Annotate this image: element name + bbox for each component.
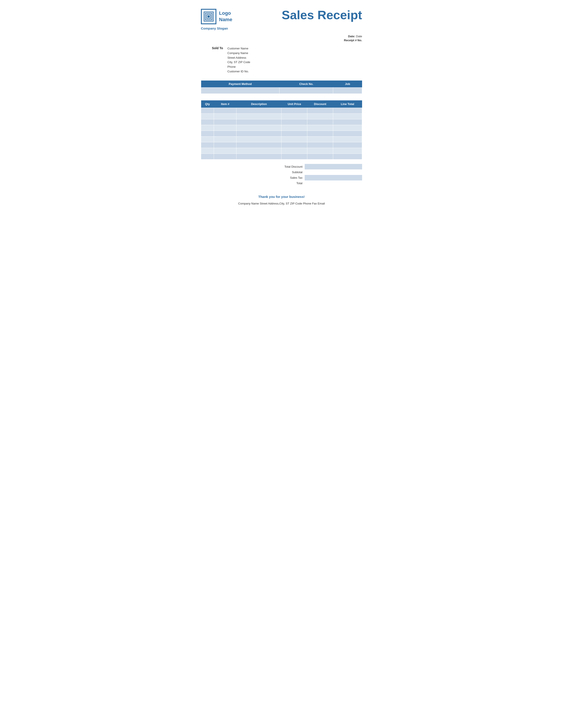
table-cell: [282, 142, 307, 148]
table-cell: [236, 131, 282, 136]
table-cell: [307, 113, 333, 119]
table-cell: [307, 142, 333, 148]
table-row: [201, 131, 362, 136]
table-row: [201, 125, 362, 131]
table-cell: [333, 113, 362, 119]
qty-header: Qty: [201, 100, 214, 108]
company-name: Company Name: [227, 51, 250, 56]
table-cell: [333, 108, 362, 113]
sales-tax-value: [305, 175, 362, 180]
table-cell: [282, 154, 307, 159]
table-cell: [282, 108, 307, 113]
customer-name: Customer Name: [227, 46, 250, 51]
table-cell: [214, 113, 236, 119]
line-total-header: Line Total: [333, 100, 362, 108]
total-discount-row: Total Discount: [274, 164, 362, 169]
table-row: [201, 142, 362, 148]
table-cell: [333, 148, 362, 154]
table-cell: [282, 131, 307, 136]
table-cell: [214, 142, 236, 148]
table-cell: [236, 136, 282, 142]
table-cell: [282, 148, 307, 154]
table-row: [201, 136, 362, 142]
customer-id: Customer ID No.: [227, 69, 250, 74]
logo-area: Logo Name: [201, 9, 232, 24]
unit-price-header: Unit Price: [282, 100, 307, 108]
table-cell: [201, 113, 214, 119]
payment-method-header: Payment Method: [201, 81, 279, 88]
table-cell: [236, 154, 282, 159]
thank-you-message: Thank you for your business!: [201, 195, 362, 199]
page-header: Logo Name Sales Receipt: [201, 9, 362, 24]
table-cell: [307, 136, 333, 142]
table-cell: [333, 136, 362, 142]
payment-row: [201, 87, 362, 94]
total-label: Total: [274, 180, 305, 186]
table-cell: [201, 125, 214, 131]
date-label: Date:: [348, 35, 355, 38]
logo-text: Logo Name: [219, 10, 232, 23]
sold-to-details: Customer Name Company Name Street Addres…: [227, 46, 250, 74]
job-cell: [333, 87, 362, 94]
total-value: [305, 180, 362, 186]
table-cell: [201, 108, 214, 113]
title-area: Sales Receipt: [282, 9, 362, 21]
table-cell: [214, 148, 236, 154]
svg-rect-3: [207, 15, 210, 18]
table-cell: [201, 119, 214, 125]
discount-header: Discount: [307, 100, 333, 108]
totals-table: Total Discount Subtotal Sales Tax Total: [274, 164, 362, 186]
page-title: Sales Receipt: [282, 9, 362, 21]
total-discount-value: [305, 164, 334, 169]
company-slogan: Company Slogan: [201, 26, 362, 30]
table-row: [201, 148, 362, 154]
table-cell: [307, 131, 333, 136]
payment-table: Payment Method Check No. Job: [201, 81, 362, 94]
table-row: [201, 154, 362, 159]
item-header: Item #: [214, 100, 236, 108]
total-discount-value2: [334, 164, 362, 169]
table-cell: [307, 108, 333, 113]
table-cell: [333, 142, 362, 148]
job-header: Job: [333, 81, 362, 88]
table-cell: [214, 136, 236, 142]
table-cell: [201, 136, 214, 142]
street-address: Street Address: [227, 56, 250, 60]
sales-tax-label: Sales Tax: [274, 175, 305, 180]
table-cell: [236, 148, 282, 154]
table-cell: [236, 108, 282, 113]
table-cell: [282, 119, 307, 125]
city-state-zip: City, ST ZIP Code: [227, 60, 250, 65]
subtotal-value: [305, 169, 362, 175]
table-cell: [201, 142, 214, 148]
table-row: [201, 108, 362, 113]
table-cell: [201, 148, 214, 154]
table-cell: [333, 119, 362, 125]
table-cell: [307, 125, 333, 131]
description-header: Description: [236, 100, 282, 108]
table-cell: [333, 125, 362, 131]
table-cell: [214, 108, 236, 113]
subtotal-row: Subtotal: [274, 169, 362, 175]
table-cell: [282, 136, 307, 142]
table-cell: [201, 131, 214, 136]
table-cell: [214, 125, 236, 131]
table-cell: [333, 131, 362, 136]
table-row: [201, 119, 362, 125]
footer-address: Company Name Street Address,City, ST ZIP…: [201, 202, 362, 205]
payment-method-cell: [201, 87, 279, 94]
table-cell: [307, 154, 333, 159]
date-receipt-section: Date: Date Receipt # No.: [201, 35, 362, 42]
check-no-cell: [279, 87, 333, 94]
table-cell: [236, 119, 282, 125]
table-cell: [236, 113, 282, 119]
total-row: Total: [274, 180, 362, 186]
table-cell: [201, 154, 214, 159]
items-table: Qty Item # Description Unit Price Discou…: [201, 100, 362, 159]
subtotal-label: Subtotal: [274, 169, 305, 175]
sales-tax-row: Sales Tax: [274, 175, 362, 180]
table-row: [201, 113, 362, 119]
table-cell: [214, 154, 236, 159]
sold-to-label: Sold To: [201, 46, 227, 74]
table-cell: [307, 148, 333, 154]
